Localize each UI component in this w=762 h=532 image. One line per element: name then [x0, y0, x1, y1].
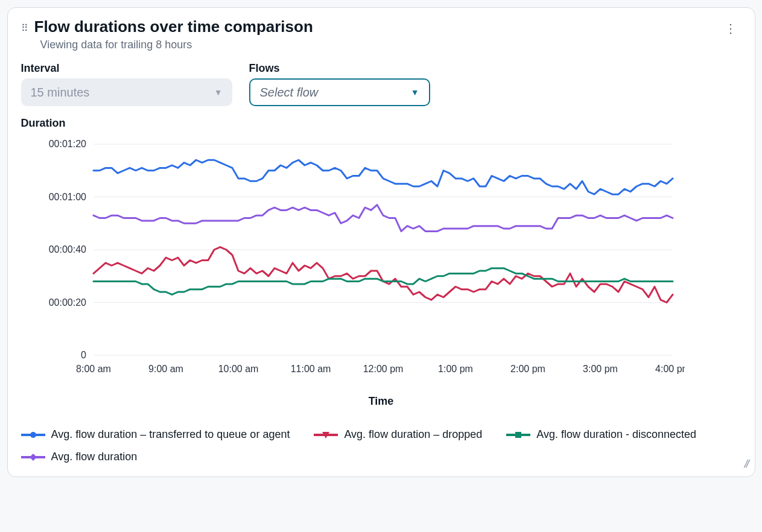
interval-select: 15 minutes ▼ [21, 78, 232, 106]
interval-value: 15 minutes [31, 86, 90, 100]
svg-text:00:01:20: 00:01:20 [48, 139, 86, 149]
svg-text:8:00 am: 8:00 am [76, 364, 111, 374]
svg-rect-24 [515, 432, 521, 438]
chart-legend: Avg. flow duration – transferred to queu… [21, 428, 741, 463]
chevron-down-icon: ▼ [411, 87, 419, 97]
legend-item-dropped[interactable]: Avg. flow duration – dropped [314, 428, 482, 441]
card-subtitle: Viewing data for trailing 8 hours [40, 39, 313, 51]
chart-card: ⠿ Flow durations over time comparison Vi… [7, 7, 755, 477]
svg-text:11:00 am: 11:00 am [290, 364, 331, 374]
flows-select[interactable]: Select flow ▼ [249, 78, 430, 106]
interval-label: Interval [21, 62, 232, 75]
legend-item-transferred[interactable]: Avg. flow duration – transferred to queu… [21, 428, 290, 441]
svg-text:12:00 pm: 12:00 pm [363, 364, 403, 374]
legend-label: Avg. flow duration – dropped [344, 428, 482, 441]
svg-point-20 [30, 432, 36, 438]
flows-label: Flows [249, 62, 430, 75]
legend-swatch [21, 430, 45, 440]
legend-item-duration[interactable]: Avg. flow duration [21, 451, 138, 463]
svg-text:0: 0 [81, 350, 86, 360]
legend-label: Avg. flow duration [51, 451, 138, 463]
legend-label: Avg. flow duration – transferred to queu… [51, 428, 290, 441]
drag-handle-icon[interactable]: ⠿ [21, 21, 28, 33]
svg-text:3:00 pm: 3:00 pm [583, 364, 618, 374]
svg-text:4:00 pm: 4:00 pm [655, 364, 685, 374]
svg-text:9:00 am: 9:00 am [148, 364, 183, 374]
x-axis-title: Time [21, 395, 741, 408]
svg-text:10:00 am: 10:00 am [218, 364, 258, 374]
legend-label: Avg. flow duration - disconnected [536, 428, 696, 441]
svg-text:1:00 pm: 1:00 pm [438, 364, 473, 374]
svg-text:00:00:40: 00:00:40 [48, 244, 86, 255]
chart-area: 000:00:2000:00:4000:01:0000:01:208:00 am… [21, 132, 741, 385]
line-chart: 000:00:2000:00:4000:01:0000:01:208:00 am… [21, 132, 685, 385]
legend-swatch [314, 430, 338, 440]
svg-marker-26 [30, 454, 37, 461]
resize-handle-icon[interactable]: // [743, 458, 749, 470]
svg-text:00:00:20: 00:00:20 [48, 297, 86, 308]
legend-swatch [21, 452, 45, 462]
legend-item-disconnected[interactable]: Avg. flow duration - disconnected [506, 428, 696, 441]
card-title: Flow durations over time comparison [34, 17, 313, 36]
svg-text:2:00 pm: 2:00 pm [510, 364, 545, 374]
flows-placeholder: Select flow [260, 86, 319, 100]
legend-swatch [506, 430, 530, 440]
more-actions-button[interactable]: ⋮ [720, 17, 741, 39]
chevron-down-icon: ▼ [214, 87, 223, 97]
y-axis-title: Duration [21, 117, 741, 130]
svg-text:00:01:00: 00:01:00 [48, 192, 86, 202]
